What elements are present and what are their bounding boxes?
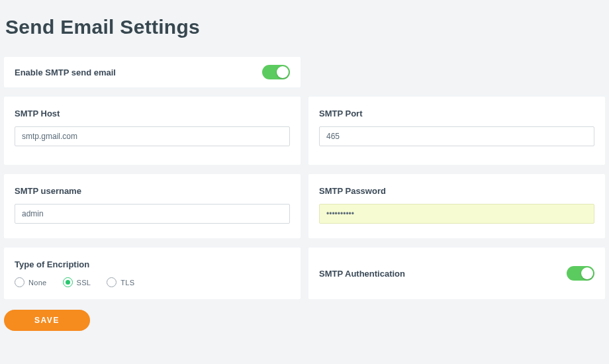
smtp-password-input[interactable]: [319, 204, 594, 224]
radio-icon: [107, 277, 117, 287]
radio-icon: [15, 277, 24, 287]
enable-smtp-card: Enable SMTP send email: [4, 57, 301, 87]
smtp-host-input[interactable]: [15, 126, 290, 146]
radio-icon: [63, 277, 73, 287]
encryption-radiogroup: None SSL TLS: [15, 277, 290, 287]
smtp-port-card: SMTP Port: [308, 97, 605, 165]
save-button[interactable]: SAVE: [4, 310, 90, 331]
smtp-port-label: SMTP Port: [319, 109, 594, 118]
smtp-auth-toggle[interactable]: [567, 266, 594, 281]
encryption-radio-ssl[interactable]: SSL: [63, 277, 91, 287]
encryption-label: Type of Encription: [15, 259, 290, 269]
smtp-host-label: SMTP Host: [15, 109, 290, 118]
empty-cell: [308, 57, 605, 87]
radio-label: SSL: [77, 279, 91, 287]
radio-label: None: [28, 279, 47, 287]
smtp-username-card: SMTP username: [4, 174, 301, 238]
smtp-auth-label: SMTP Authentication: [319, 269, 405, 279]
radio-label: TLS: [120, 279, 134, 287]
smtp-auth-card: SMTP Authentication: [308, 248, 605, 299]
smtp-username-input[interactable]: [15, 204, 290, 224]
smtp-username-label: SMTP username: [15, 186, 290, 196]
encryption-radio-none[interactable]: None: [15, 277, 47, 287]
smtp-host-card: SMTP Host: [4, 97, 301, 165]
encryption-radio-tls[interactable]: TLS: [107, 277, 134, 287]
enable-smtp-label: Enable SMTP send email: [15, 68, 116, 77]
encryption-card: Type of Encription None SSL TLS: [4, 248, 301, 299]
smtp-port-input[interactable]: [319, 126, 594, 146]
page-title: Send Email Settings: [5, 16, 605, 38]
smtp-password-label: SMTP Password: [319, 186, 594, 196]
enable-smtp-toggle[interactable]: [262, 65, 290, 79]
smtp-password-card: SMTP Password: [308, 174, 605, 238]
